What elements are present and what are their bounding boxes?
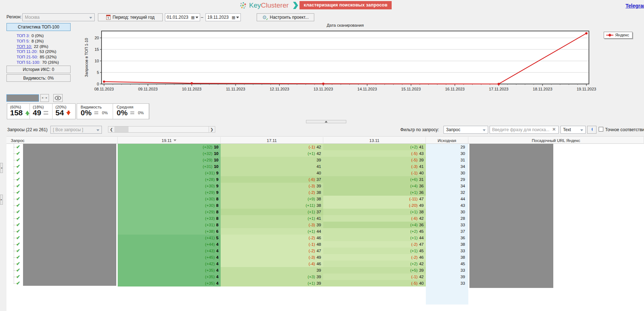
iks-history-button[interactable]: История ИКС: 0 <box>6 66 71 73</box>
position-delta: (+1) <box>410 249 418 253</box>
cell-c19: (+45)4 <box>118 254 221 261</box>
project-name-redacted[interactable] <box>6 94 39 102</box>
eye-toggle-button[interactable] <box>53 94 63 102</box>
cell-csrc: 37 <box>426 228 468 235</box>
filter-field-select[interactable]: Запрос <box>443 126 488 134</box>
stat-label[interactable]: ТОП 5: <box>17 39 30 43</box>
position-delta: (-11) <box>409 197 418 201</box>
chevron-down-icon <box>195 17 198 20</box>
date-from-picker[interactable]: 01.01.2023 ▦ <box>165 13 200 21</box>
position-value: 39 <box>460 275 465 279</box>
project-options-button[interactable]: ✕·✕ <box>40 94 49 102</box>
position-value: 39 <box>316 158 321 162</box>
left-panel-expand-handle[interactable]: ▸ <box>0 195 3 205</box>
position-delta: (+1) <box>410 210 418 214</box>
position-delta: (-1) <box>411 171 418 175</box>
region-value: Москва <box>25 15 40 20</box>
configure-project-button[interactable]: ⚙✓ Настроить проект... <box>257 13 314 21</box>
column-header-6[interactable]: Посадочный URL Яндекс <box>468 137 644 144</box>
panel-splitter[interactable] <box>306 120 346 123</box>
chart-x-tick: 13.11.2023 <box>314 87 333 91</box>
svg-text:5: 5 <box>97 70 99 75</box>
scroll-right-icon[interactable]: ❯ <box>208 126 215 132</box>
top100-stat-item[interactable]: ТОП 3:0 (0%) <box>17 33 59 39</box>
cell-c19: (+31)8 <box>118 222 221 228</box>
position-value: 37 <box>316 210 321 214</box>
position-value: 4 <box>216 281 219 285</box>
cell-c13: (-11)47 <box>323 196 426 202</box>
column-header-2[interactable]: 19.11 <box>118 137 221 144</box>
period-button[interactable]: 5 Период: текущий год <box>98 13 163 21</box>
cell-c17: (-6)37 <box>221 176 323 183</box>
cell-c13: (+1)45 <box>323 248 426 254</box>
top100-stat-item[interactable]: ТОП 10:22 (8%) <box>17 44 59 49</box>
cell-c13: (-6)42 <box>323 215 426 222</box>
position-delta: (-3) <box>411 164 418 169</box>
query-group-select[interactable]: [ Все запросы ] <box>50 126 102 134</box>
stat-label[interactable]: ТОП 3: <box>17 34 30 38</box>
chart-x-tick: 19.11.2023 <box>577 87 596 91</box>
position-value: 33 <box>460 281 465 285</box>
cell-c17: (+1)39 <box>221 280 323 286</box>
check-icon: ✔ <box>16 170 20 176</box>
scrollbar-thumb[interactable] <box>115 126 129 132</box>
column-header-1[interactable]: Запрос <box>6 137 118 144</box>
position-delta: (+2) <box>410 262 418 266</box>
column-header-5[interactable]: Исходная <box>426 137 468 144</box>
date-to-picker[interactable]: 19.11.2023 ▦ <box>206 13 241 21</box>
chevron-down-icon <box>96 129 99 133</box>
search-mode-select[interactable]: Text <box>560 126 586 134</box>
telegram-link[interactable]: Telegram <box>626 3 644 9</box>
stat-label[interactable]: ТОП 11-20: <box>17 49 38 54</box>
position-delta: (+1) <box>307 151 315 156</box>
column-header-3[interactable]: 17.11 <box>221 137 323 144</box>
position-value: 28 <box>460 216 465 221</box>
stat-label[interactable]: ТОП 10: <box>17 44 32 49</box>
cell-c19: (+30)8 <box>118 196 221 202</box>
cell-c17: 39 <box>221 267 323 274</box>
search-button[interactable] <box>587 126 596 134</box>
scroll-left-icon[interactable]: ❮ <box>108 126 115 132</box>
left-panel-collapse-handle[interactable]: ◂ <box>0 163 3 173</box>
cell-c17: (-3)49 <box>221 254 323 261</box>
position-delta: (-20) <box>409 203 418 208</box>
cell-csrc: 30 <box>426 150 468 157</box>
visibility-button[interactable]: Видимость: 0% <box>6 74 71 82</box>
position-delta: (-5) <box>411 158 418 162</box>
check-icon: ✔ <box>16 222 20 227</box>
top100-stats-tab[interactable]: Статистика ТОП-100 <box>6 23 71 31</box>
trend-flat-icon <box>130 111 134 114</box>
check-icon: ✔ <box>16 177 20 182</box>
clear-search-icon[interactable]: ✕ <box>552 127 556 132</box>
position-delta: (+31) <box>205 223 215 227</box>
columns-scrollbar[interactable]: ❮ ❯ <box>108 126 215 133</box>
column-header-4[interactable]: 13.11 <box>323 137 426 144</box>
position-delta: (+1) <box>307 229 315 234</box>
top100-stat-item[interactable]: ТОП 21-50:85 (32%) <box>17 54 59 60</box>
cell-csrc: 29 <box>426 144 468 150</box>
cell-c17: (+3)39 <box>221 274 323 280</box>
cell-c17: (+1)42 <box>221 150 323 157</box>
cell-csrc: 28 <box>426 215 468 222</box>
top100-stat-item[interactable]: ТОП 11-20:53 (20%) <box>17 49 59 54</box>
stat-label[interactable]: ТОП 51-100: <box>17 60 40 65</box>
exact-match-checkbox[interactable] <box>599 127 603 132</box>
collapse-up-icon <box>325 119 328 123</box>
position-value: 40 <box>419 281 424 285</box>
search-input[interactable] <box>490 126 559 134</box>
position-delta: (+33) <box>205 216 215 221</box>
visibility-summary: Видимость0%0%Средняя0%0% <box>77 103 149 119</box>
chart-x-tick: 11.11.2023 <box>226 87 245 91</box>
position-delta: (+6) <box>410 177 418 182</box>
position-delta: (+45) <box>205 255 215 259</box>
position-value: 39 <box>316 223 321 227</box>
stat-value: 0 (0%) <box>32 34 44 38</box>
position-delta: (-2) <box>411 242 418 246</box>
position-value: 44 <box>316 229 321 234</box>
position-value: 34 <box>460 164 465 169</box>
top100-stat-item[interactable]: ТОП 5:8 (3%) <box>17 39 59 44</box>
cell-c19: (+35)4 <box>118 267 221 274</box>
region-select[interactable]: Москва <box>22 13 95 21</box>
top100-stat-item[interactable]: ТОП 51-100:70 (26%) <box>17 60 59 65</box>
stat-label[interactable]: ТОП 21-50: <box>17 55 38 59</box>
